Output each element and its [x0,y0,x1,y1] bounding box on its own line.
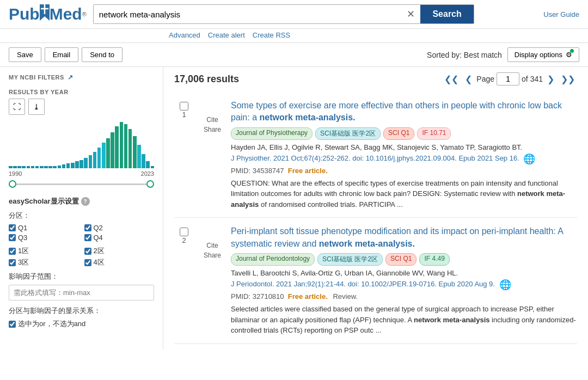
article-1-title[interactable]: Some types of exercise are more effectiv… [231,100,577,124]
first-page-button[interactable]: ❮❮ [442,73,461,85]
chart-bar-24[interactable] [115,126,119,168]
chart-bar-31[interactable] [146,161,150,168]
checkbox-input-Q1[interactable] [9,224,16,231]
tag-journal-2: Journal of Periodontology [231,253,315,266]
article-2-checkbox[interactable] [180,228,188,236]
chart-bar-32[interactable] [151,166,155,168]
checkbox-label-Q3: Q3 [18,234,27,242]
chart-bar-27[interactable] [128,129,132,168]
article-num-col-2: 2 [174,225,194,335]
checkbox-Q3: Q3 [9,234,79,242]
chart-bar-0[interactable] [9,166,13,168]
chart-bar-28[interactable] [133,136,137,168]
chart-bar-7[interactable] [40,166,44,168]
article-1-authors: Hayden JA, Ellis J, Ogilvie R, Stewart S… [231,143,577,151]
checkbox-label-Q4: Q4 [94,234,103,242]
advanced-link[interactable]: Advanced [169,31,200,39]
logo-registered: ® [82,11,87,17]
chart-bar-19[interactable] [93,152,97,168]
article-1-pmid: PMID: 34538747 Free article. [231,167,577,175]
chart-labels: 1990 2023 [9,170,154,177]
chart-bar-11[interactable] [58,166,62,168]
search-clear-button[interactable]: ✕ [401,5,420,23]
chart-bar-9[interactable] [48,166,52,168]
next-page-button[interactable]: ❯ [545,73,556,85]
relation-checkbox[interactable] [9,321,16,328]
send-to-button[interactable]: Send to [82,47,122,62]
chart-bar-21[interactable] [102,143,106,168]
q-checkboxes: Q1Q2Q3Q4 [9,224,154,242]
chart-bar-1[interactable] [13,166,17,168]
chart-bar-2[interactable] [17,166,21,168]
save-button[interactable]: Save [9,47,41,62]
search-button[interactable]: Search [420,5,473,23]
external-link-icon[interactable]: ↗ [68,73,74,81]
chart-bar-25[interactable] [120,122,124,168]
logo-bookmark-wrapper [40,4,50,24]
results-by-year-title: RESULTS BY YEAR [9,89,154,95]
chart-bar-16[interactable] [79,160,83,168]
tag-if-1: IF 10.71 [417,127,451,140]
article-1-checkbox[interactable] [180,102,188,111]
help-icon[interactable]: ? [81,197,90,206]
expand-chart-button[interactable]: ⛶ [9,99,25,115]
cite-share-col-2: Cite Share [201,225,223,335]
slider-left-handle[interactable] [9,180,16,188]
chart-bar-14[interactable] [71,163,75,168]
chart-bar-26[interactable] [124,124,128,168]
chart-bar-20[interactable] [97,148,101,168]
checkbox-2区: 2区 [84,246,155,256]
checkbox-input-3区[interactable] [9,259,16,266]
slider-right-handle[interactable] [146,180,154,188]
article-1-journal: J Physiother. 2021 Oct;67(4):252-262. do… [231,153,577,165]
chart-bar-15[interactable] [75,161,79,168]
user-guide-link[interactable]: User Guide [543,10,579,19]
checkbox-input-Q3[interactable] [9,234,16,241]
share-2-label[interactable]: Share [204,252,221,259]
chart-bar-29[interactable] [137,145,141,168]
chart-bar-22[interactable] [106,138,110,168]
email-button[interactable]: Email [45,47,79,62]
article-2-title[interactable]: Peri-implant soft tissue phenotype modif… [231,225,577,250]
checkbox-input-2区[interactable] [84,248,91,255]
create-rss-link[interactable]: Create RSS [253,31,290,39]
chart-bar-8[interactable] [44,166,48,168]
search-input[interactable] [94,5,402,23]
main-layout: MY NCBI FILTERS ↗ RESULTS BY YEAR ⛶ ⤓ 19… [0,67,588,350]
last-page-button[interactable]: ❯❯ [559,73,577,85]
prev-page-button[interactable]: ❮ [463,73,474,85]
share-1-label[interactable]: Share [204,126,221,133]
tag-if-2: IF 4.49 [419,253,449,266]
checkbox-input-Q4[interactable] [84,234,91,241]
chart-bar-13[interactable] [66,163,70,168]
chart-bar-17[interactable] [84,158,88,168]
checkbox-input-4区[interactable] [84,259,91,266]
tag-sci-base-1: SCI基础版 医学2区 [315,127,381,140]
download-chart-button[interactable]: ⤓ [28,99,45,115]
chart-bar-23[interactable] [111,132,114,168]
chart-bar-30[interactable] [142,154,145,168]
free-article-2: Free article. [288,292,328,301]
cite-1-label[interactable]: Cite [206,116,218,124]
chart-bar-12[interactable] [62,164,66,168]
chart-bar-5[interactable] [31,166,35,168]
year-chart[interactable] [9,119,154,168]
chart-bar-18[interactable] [89,155,93,168]
checkbox-Q4: Q4 [84,234,155,242]
page-label: Page [476,75,494,83]
cite-2-label[interactable]: Cite [206,242,218,249]
chart-bar-3[interactable] [22,166,26,168]
display-options-button[interactable]: Display options ⚙ [507,47,579,62]
create-alert-link[interactable]: Create alert [208,31,245,39]
fenqu-label: 分区： [9,211,154,220]
chart-bar-4[interactable] [27,166,30,168]
year-slider[interactable] [9,180,154,189]
chart-bar-10[interactable] [53,166,57,168]
review-badge-2: Review. [333,292,358,301]
if-range-input[interactable] [9,285,154,301]
checkbox-input-1区[interactable] [9,248,16,255]
checkbox-input-Q2[interactable] [84,224,91,231]
checkbox-label-Q2: Q2 [94,224,103,232]
page-number-input[interactable] [497,72,519,85]
chart-bar-6[interactable] [35,166,39,168]
